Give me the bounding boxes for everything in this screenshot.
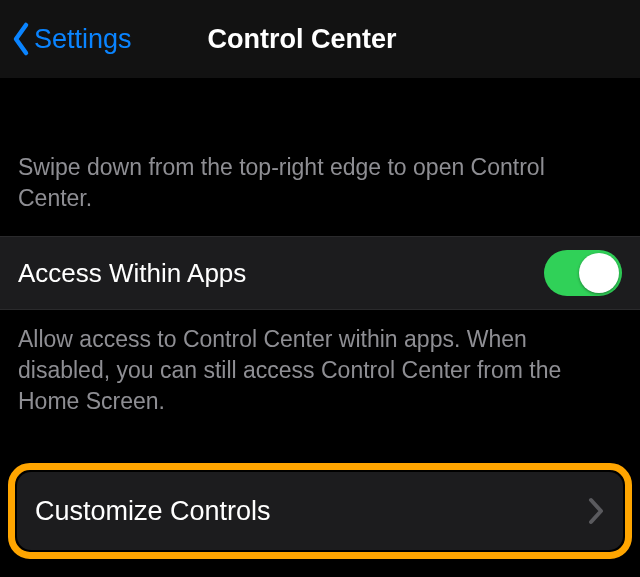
- settings-panel: Settings Control Center Swipe down from …: [0, 0, 640, 577]
- nav-header: Settings Control Center: [0, 0, 640, 78]
- page-title: Control Center: [208, 24, 397, 55]
- chevron-right-icon: [587, 496, 605, 526]
- back-label: Settings: [34, 24, 132, 55]
- access-within-apps-row[interactable]: Access Within Apps: [0, 236, 640, 310]
- chevron-left-icon: [6, 21, 36, 57]
- top-hint-text: Swipe down from the top-right edge to op…: [0, 152, 596, 214]
- access-switch[interactable]: [544, 250, 622, 296]
- highlight-ring: Customize Controls: [8, 463, 632, 559]
- customize-label: Customize Controls: [35, 496, 271, 527]
- customize-section: Customize Controls: [0, 451, 640, 571]
- switch-knob: [579, 253, 619, 293]
- access-hint-text: Allow access to Control Center within ap…: [0, 324, 636, 417]
- back-button[interactable]: Settings: [0, 21, 132, 57]
- access-label: Access Within Apps: [18, 258, 246, 289]
- customize-controls-row[interactable]: Customize Controls: [17, 472, 623, 550]
